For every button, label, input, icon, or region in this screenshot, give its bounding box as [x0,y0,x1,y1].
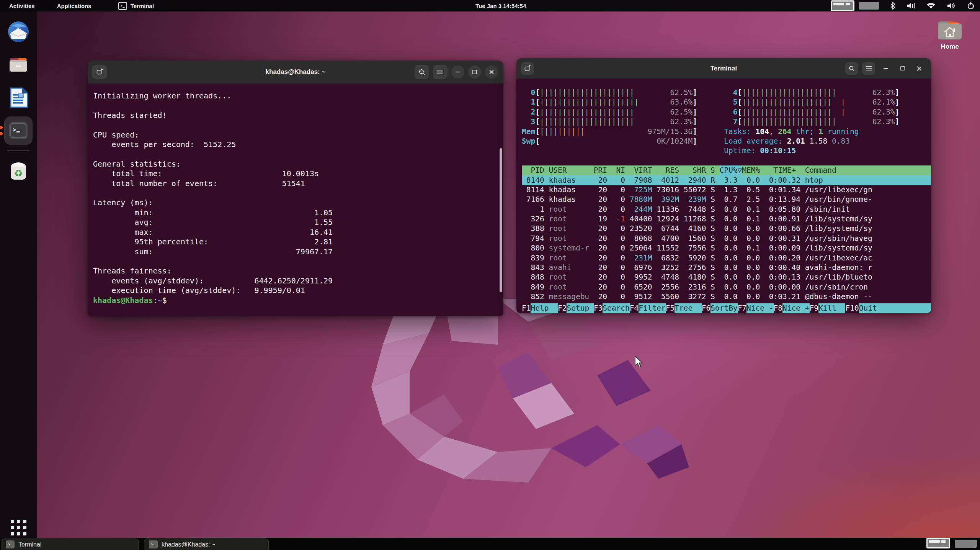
menu-button[interactable] [433,65,448,79]
thunderbird-icon [7,20,30,43]
htop-screen[interactable]: 0[||||||||||||||||||||| 62.5%]4[||||||||… [516,79,931,313]
libreoffice-writer-icon [8,87,29,109]
window-controls-right [845,62,926,75]
function-key-bar[interactable]: F1Help F2Setup F3SearchF4FilterF5Tree F6… [522,303,931,313]
tasks-summary: Tasks: 104, 264 thr; 1 running [724,127,859,136]
close-button[interactable] [485,65,498,79]
close-icon [917,66,921,71]
dock-item-thunderbird[interactable] [4,18,33,46]
keyboard-indicator-icon[interactable] [831,0,854,11]
process-row[interactable]: 7166 khadas 20 0 7880M 392M 239M S 0.7 2… [522,195,931,204]
cpu-meter-2: 2[||||||||||||||||||||| 62.5%] [522,107,697,117]
activities-button[interactable]: Activities [5,0,39,11]
uptime: Uptime: 00:10:15 [724,146,796,156]
power-icon[interactable] [967,2,975,10]
app-menu-label: Terminal [131,3,154,9]
cpu-meter-0: 0[||||||||||||||||||||| 62.5%] [522,88,697,97]
process-row[interactable]: 388 root 20 0 23520 6744 4160 S 0.0 0.0 … [522,224,931,233]
app-grid-button[interactable] [0,520,37,535]
process-row[interactable]: 848 root 20 0 9952 4748 4180 S 0.0 0.0 0… [522,272,931,282]
maximize-button[interactable] [896,62,909,75]
maximize-icon [900,66,905,70]
input-source-icon[interactable] [955,540,977,548]
activities-label: Activities [9,3,35,9]
search-button[interactable] [845,62,858,75]
process-row[interactable]: 800 systemd-r 20 0 25064 11552 7556 S 0.… [522,243,931,253]
keyboard-indicator-icon[interactable] [926,538,950,548]
terminal-window-right: Terminal [516,58,931,313]
wifi-icon[interactable] [926,2,936,9]
process-row[interactable]: 326 root 19 -1 40400 12924 11268 S 0.0 0… [522,214,931,224]
search-icon [849,65,855,72]
process-row[interactable]: 839 root 20 0 231M 6832 5920 S 0.0 0.0 0… [522,253,931,263]
cpu-meter-4: 4[||||||||||||||||||||| 62.3%] [724,88,899,97]
app-grid-icon [11,520,26,535]
hamburger-icon [437,69,443,75]
hamburger-icon [866,66,872,71]
menu-button[interactable] [862,62,875,75]
shell-prompt: khadas@Khadas:~$ [93,296,503,305]
maximize-icon [472,70,477,74]
maximize-button[interactable] [468,65,481,79]
mouse-cursor [634,356,644,368]
process-row[interactable]: 8114 khadas 20 0 725M 73016 55072 S 1.3 … [522,185,931,195]
bluetooth-icon[interactable] [890,2,895,10]
titlebar-left[interactable]: khadas@Khadas: ~ [88,61,503,84]
system-tray[interactable] [831,0,975,11]
terminal-output-left[interactable]: Initializing worker threads... Threads s… [88,83,503,316]
process-table: 8140 khadas 20 0 7908 4012 2940 R 3.3 0.… [522,175,931,302]
wallpaper-swirl [283,299,727,550]
new-tab-button[interactable] [92,65,107,79]
app-menu-terminal[interactable]: >_ Terminal [114,0,158,11]
new-tab-button[interactable] [521,62,534,75]
trash-icon: ♻ [8,159,29,181]
minimize-button[interactable] [451,65,464,79]
cpu-meter-3: 3[||||||||||||||||||||| 62.3%] [522,117,697,126]
applications-label: Applications [57,3,91,9]
dock-item-trash[interactable]: ♻ [4,156,33,184]
terminal-window-left: khadas@Khadas: ~ [88,61,503,316]
process-row[interactable]: 849 root 20 0 6520 2556 2316 S 0.0 0.0 0… [522,282,931,292]
clock[interactable]: Tue Jan 3 14:54:54 [471,0,531,11]
svg-text:>: > [13,126,16,133]
top-bar: Activities Applications >_ Terminal Tue … [0,0,980,11]
cpu-meter-7: 7[||||||||||||||||||||| 62.3%] [724,117,899,126]
process-row[interactable]: 794 root 20 0 8068 4700 1560 S 0.0 0.0 0… [522,234,931,243]
search-button[interactable] [415,65,429,79]
taskbar-item-label: khadas@Khadas: ~ [162,541,215,548]
taskbar-item-terminal[interactable]: >_ Terminal [1,539,139,550]
cpu-meter-6: 6[|||||||||||||||||||| | 62.3%] [724,107,899,117]
top-bar-left: Activities Applications >_ Terminal [0,0,158,11]
dock-item-libreoffice-writer[interactable] [4,83,33,112]
titlebar-right[interactable]: Terminal [516,58,931,79]
window-controls-left [415,65,498,79]
dock: > ♻ [0,11,37,550]
mem-meter: Mem[|||||||||| 975M/15.3G] [522,127,697,136]
desktop-home-icon[interactable]: Home [935,19,965,51]
terminal-mini-icon: >_ [6,540,15,548]
taskbar-item-khadas[interactable]: >_ khadas@Khadas: ~ [144,539,269,550]
minimize-icon [456,71,460,73]
process-row[interactable]: 8140 khadas 20 0 7908 4012 2940 R 3.3 0.… [522,175,931,185]
home-folder-icon [936,19,963,41]
process-table-header[interactable]: PID USER PRI NI VIRT RES SHR S CPU%▽MEM%… [522,165,931,175]
new-tab-icon [524,65,531,72]
close-button[interactable] [913,62,926,75]
input-source-icon[interactable] [859,2,879,10]
dock-item-terminal[interactable]: > [4,116,33,145]
process-row[interactable]: 852 messagebu 20 0 9512 5560 3272 S 0.0 … [522,292,931,301]
applications-menu[interactable]: Applications [52,0,96,11]
audio-input-icon[interactable] [906,2,915,10]
home-label: Home [941,43,959,51]
dock-item-files[interactable] [4,51,33,79]
process-row[interactable]: 843 avahi 20 0 6976 3252 2756 S 0.0 0.0 … [522,263,931,272]
svg-text:♻: ♻ [14,167,23,179]
process-row[interactable]: 1 root 20 0 244M 11336 7448 S 0.0 0.1 0:… [522,205,931,214]
running-indicator-dots [0,126,3,136]
volume-icon[interactable] [947,2,956,10]
minimize-button[interactable] [879,62,892,75]
swap-meter: Swp[ 0K/1024M] [522,136,697,146]
search-icon [419,69,425,75]
terminal-scrollbar[interactable] [500,148,502,292]
terminal-icon: > [7,119,29,142]
